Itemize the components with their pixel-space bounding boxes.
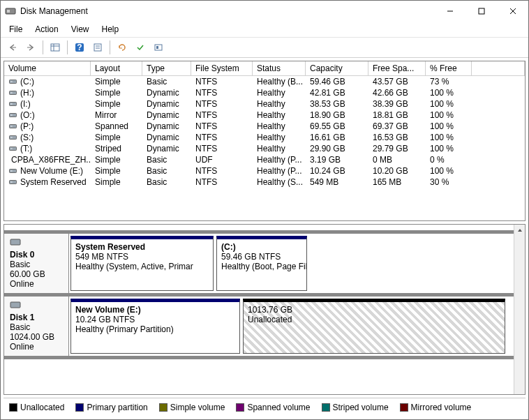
table-row[interactable]: CPBA_X86FRE_ZH...SimpleBasicUDFHealthy (… [4, 154, 525, 165]
disk-label[interactable]: Disk 1Basic1024.00 GBOnline [4, 297, 69, 356]
volume-capacity: 69.55 GB [306, 121, 368, 132]
col-status[interactable]: Status [253, 61, 306, 75]
svg-rect-34 [10, 170, 17, 173]
svg-rect-29 [10, 137, 12, 138]
disk-label[interactable]: Disk 0Basic60.00 GBOnline [4, 234, 69, 293]
volume-fs: NTFS [191, 110, 253, 121]
col-pctfree[interactable]: % Free [426, 61, 472, 75]
close-button[interactable] [497, 1, 528, 22]
volume-type: Dynamic [142, 110, 191, 121]
svg-text:?: ? [77, 43, 82, 52]
legend: UnallocatedPrimary partitionSimple volum… [3, 398, 526, 417]
volume-capacity: 38.53 GB [306, 98, 368, 110]
volume-capacity: 42.81 GB [306, 87, 368, 98]
partition-size: 1013.76 GB [248, 305, 292, 315]
forward-button[interactable] [23, 40, 38, 55]
help-icon[interactable]: ? [72, 40, 87, 55]
menu-action[interactable]: Action [33, 24, 59, 35]
volume-status: Healthy [253, 87, 306, 98]
volume-status: Healthy (S... [253, 177, 306, 188]
minimize-button[interactable] [434, 1, 465, 22]
table-view-icon[interactable] [47, 40, 63, 55]
volume-pct: 100 % [426, 87, 472, 98]
menu-help[interactable]: Help [100, 24, 121, 35]
svg-rect-35 [10, 170, 12, 172]
col-filesystem[interactable]: File System [191, 61, 253, 75]
legend-swatch [236, 403, 244, 412]
volume-layout: Simple [91, 87, 142, 98]
svg-rect-22 [10, 103, 17, 106]
col-volume[interactable]: Volume [4, 61, 91, 75]
volume-capacity: 10.24 GB [306, 165, 368, 177]
table-row[interactable]: (T:)StripedDynamicNTFSHealthy29.90 GB29.… [4, 143, 525, 154]
disk-graphical-view: Disk 0Basic60.00 GBOnlineSystem Reserved… [3, 224, 526, 395]
legend-label: Simple volume [170, 403, 225, 412]
svg-rect-38 [10, 239, 20, 245]
volume-list: Volume Layout Type File System Status Ca… [3, 61, 526, 221]
volume-free: 29.79 GB [368, 143, 426, 154]
volume-name: (I:) [20, 99, 31, 109]
table-row[interactable]: (H:)SimpleDynamicNTFSHealthy42.81 GB42.6… [4, 87, 525, 98]
volume-name: (H:) [20, 88, 34, 98]
volume-name: (S:) [20, 133, 33, 142]
volume-capacity: 549 MB [306, 177, 368, 188]
svg-rect-3 [479, 8, 484, 14]
volume-pct: 0 % [426, 154, 472, 165]
legend-swatch [9, 403, 17, 412]
volume-pct: 30 % [426, 177, 472, 188]
legend-item: Spanned volume [236, 403, 310, 412]
volume-pct: 100 % [426, 110, 472, 121]
partition-size: 10.24 GB NTFS [75, 315, 135, 324]
volume-type: Basic [142, 177, 191, 188]
svg-rect-36 [10, 181, 17, 184]
svg-rect-21 [10, 92, 12, 93]
partition[interactable]: System Reserved549 MB NTFSHealthy (Syste… [70, 236, 214, 291]
volume-fs: NTFS [191, 165, 253, 177]
maximize-button[interactable] [465, 1, 497, 22]
volume-capacity: 18.90 GB [306, 110, 368, 121]
properties-icon[interactable] [90, 40, 105, 55]
partition-unallocated[interactable]: 1013.76 GBUnallocated [243, 299, 505, 354]
scroll-up-icon[interactable] [514, 225, 525, 236]
col-capacity[interactable]: Capacity [306, 61, 368, 75]
partition[interactable]: (C:)59.46 GB NTFSHealthy (Boot, Page Fil… [216, 236, 307, 291]
disk-row: Disk 1Basic1024.00 GBOnlineNew Volume (E… [4, 297, 514, 359]
legend-swatch [400, 403, 408, 412]
titlebar: Disk Management [1, 1, 528, 22]
table-row[interactable]: (P:)SpannedDynamicNTFSHealthy69.55 GB69.… [4, 121, 525, 132]
disk-name: Disk 1 [10, 313, 34, 322]
menu-file[interactable]: File [8, 24, 24, 35]
col-free[interactable]: Free Spa... [368, 61, 426, 75]
back-button[interactable] [5, 40, 20, 55]
refresh-icon[interactable] [114, 40, 130, 55]
legend-label: Unallocated [20, 403, 64, 412]
volume-status: Healthy [253, 121, 306, 132]
volume-pct: 100 % [426, 121, 472, 132]
table-row[interactable]: (C:)SimpleBasicNTFSHealthy (B...59.46 GB… [4, 76, 525, 87]
partition[interactable]: New Volume (E:)10.24 GB NTFSHealthy (Pri… [70, 299, 240, 354]
volume-pct: 100 % [426, 132, 472, 143]
scrollbar[interactable] [514, 225, 525, 394]
legend-item: Unallocated [9, 403, 64, 412]
table-row[interactable]: (S:)SimpleDynamicNTFSHealthy16.61 GB16.5… [4, 132, 525, 143]
svg-rect-18 [10, 80, 17, 84]
check-icon[interactable] [133, 40, 148, 55]
volume-layout: Simple [91, 154, 142, 165]
table-row[interactable]: (O:)MirrorDynamicNTFSHealthy18.90 GB18.8… [4, 110, 525, 121]
volume-status: Healthy [253, 132, 306, 143]
volume-free: 43.57 GB [368, 76, 426, 87]
disk-size: 60.00 GB [10, 269, 45, 279]
partition-status: Healthy (Primary Partition) [75, 324, 174, 334]
volume-status: Healthy (B... [253, 76, 306, 87]
volume-free: 16.53 GB [368, 132, 426, 143]
volume-free: 165 MB [368, 177, 426, 188]
table-row[interactable]: (I:)SimpleDynamicNTFSHealthy38.53 GB38.3… [4, 98, 525, 110]
legend-label: Spanned volume [247, 403, 310, 412]
menu-view[interactable]: View [70, 24, 91, 35]
table-row[interactable]: System ReservedSimpleBasicNTFSHealthy (S… [4, 177, 525, 188]
svg-rect-27 [10, 126, 12, 127]
settings-icon[interactable] [151, 40, 166, 55]
col-type[interactable]: Type [142, 61, 191, 75]
table-row[interactable]: New Volume (E:)SimpleBasicNTFSHealthy (P… [4, 165, 525, 177]
col-layout[interactable]: Layout [91, 61, 142, 75]
